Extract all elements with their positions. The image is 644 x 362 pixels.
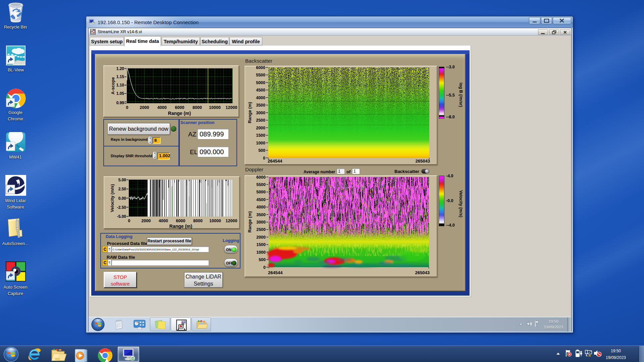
svg-text:0.00: 0.00 <box>118 196 126 201</box>
svg-text:Velocity (m/s): Velocity (m/s) <box>459 190 463 218</box>
svg-text:-5.00: -5.00 <box>117 214 126 219</box>
svg-text:3000: 3000 <box>256 220 266 225</box>
svg-text:5500: 5500 <box>256 73 265 77</box>
svg-text:2000: 2000 <box>142 219 151 223</box>
svg-text:10000: 10000 <box>209 219 221 223</box>
svg-text:6000: 6000 <box>256 66 265 70</box>
svg-text:Range (m): Range (m) <box>169 224 192 229</box>
svg-text:6000: 6000 <box>256 175 266 180</box>
svg-text:5500: 5500 <box>256 182 266 187</box>
svg-text:--8.0: --8.0 <box>446 115 455 119</box>
svg-text:10000: 10000 <box>209 105 221 110</box>
svg-text:0: 0 <box>263 156 265 161</box>
svg-text:5.00: 5.00 <box>118 178 126 182</box>
svg-text:log B (/m/sr): log B (/m/sr) <box>459 83 463 107</box>
svg-text:6000: 6000 <box>176 219 185 223</box>
svg-text:0: 0 <box>126 105 128 110</box>
svg-text:500: 500 <box>258 148 265 153</box>
svg-text:4500: 4500 <box>256 197 266 202</box>
svg-text:1.15: 1.15 <box>116 74 124 79</box>
svg-text:Range (m): Range (m) <box>168 111 191 116</box>
svg-text:8000: 8000 <box>193 219 203 223</box>
svg-text:1000: 1000 <box>256 141 265 145</box>
svg-text:3000: 3000 <box>256 111 265 115</box>
svg-text:4000: 4000 <box>157 105 167 110</box>
svg-text:12000: 12000 <box>226 105 237 110</box>
svg-text:8000: 8000 <box>193 105 202 110</box>
svg-text:2000: 2000 <box>256 126 265 130</box>
svg-text:3500: 3500 <box>256 103 265 108</box>
svg-text:2000: 2000 <box>140 105 149 110</box>
svg-text:500: 500 <box>259 257 266 262</box>
svg-text:1500: 1500 <box>256 242 266 247</box>
svg-text:--3.0: --3.0 <box>446 65 455 69</box>
svg-text:--5.5: --5.5 <box>446 93 455 98</box>
svg-text:0.99: 0.99 <box>116 101 124 105</box>
svg-text:12000: 12000 <box>226 219 237 223</box>
svg-text:4000: 4000 <box>256 205 266 209</box>
svg-text:--4.0: --4.0 <box>446 223 455 228</box>
svg-text:-2.50: -2.50 <box>117 205 126 210</box>
svg-text:5000: 5000 <box>256 190 266 194</box>
svg-text:2.50: 2.50 <box>118 187 126 191</box>
svg-text:A-scope: A-scope <box>110 77 115 94</box>
svg-text:-4.0: -4.0 <box>446 174 453 178</box>
svg-text:Range (m): Range (m) <box>247 102 252 123</box>
svg-text:4000: 4000 <box>256 96 265 100</box>
svg-text:2500: 2500 <box>256 227 266 232</box>
svg-text:-0.0: -0.0 <box>446 198 453 203</box>
svg-text:264544: 264544 <box>268 159 282 164</box>
svg-text:1000: 1000 <box>256 250 266 255</box>
svg-text:0: 0 <box>263 265 266 270</box>
svg-text:3500: 3500 <box>256 213 266 217</box>
svg-text:Range (m): Range (m) <box>247 211 252 233</box>
svg-text:264544: 264544 <box>268 270 283 275</box>
svg-text:1.05: 1.05 <box>116 91 124 96</box>
svg-text:265043: 265043 <box>415 270 430 275</box>
svg-text:1.20: 1.20 <box>116 66 124 71</box>
svg-text:4500: 4500 <box>256 88 265 93</box>
svg-text:Velocity (m/s): Velocity (m/s) <box>110 184 115 212</box>
svg-text:4000: 4000 <box>159 219 168 223</box>
svg-text:6000: 6000 <box>175 105 184 110</box>
svg-text:1.10: 1.10 <box>116 83 124 87</box>
svg-text:2000: 2000 <box>256 235 266 240</box>
svg-text:0: 0 <box>128 219 130 223</box>
svg-text:1500: 1500 <box>256 133 265 138</box>
svg-text:265043: 265043 <box>416 159 430 164</box>
svg-text:2500: 2500 <box>256 118 265 123</box>
svg-text:5000: 5000 <box>256 80 265 85</box>
